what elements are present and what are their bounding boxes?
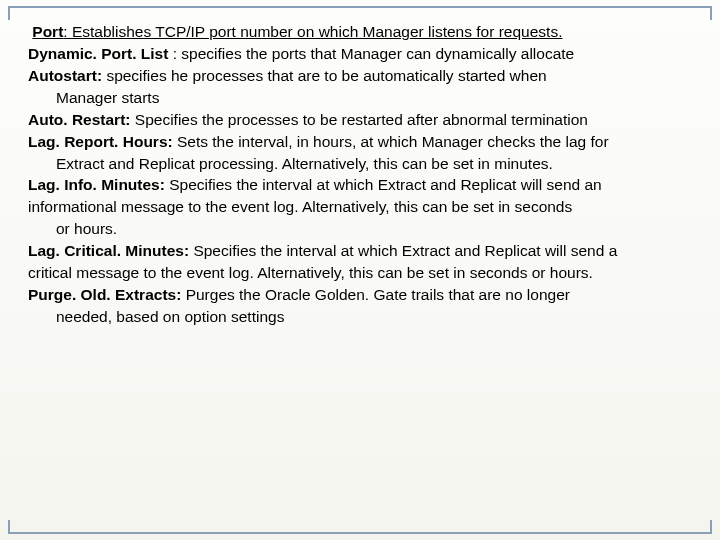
description-text: Specifies the processes to be restarted … bbox=[135, 111, 588, 128]
border-bottom bbox=[8, 532, 712, 534]
description-text: needed, based on option settings bbox=[56, 308, 284, 325]
description-text: Extract and Replicat processing. Alterna… bbox=[56, 155, 553, 172]
term-label: Port bbox=[32, 23, 63, 40]
definition-line: Autostart: specifies he processes that a… bbox=[28, 66, 692, 87]
description-text: informational message to the event log. … bbox=[28, 198, 572, 215]
description-text: Establishes TCP/IP port number on which … bbox=[72, 23, 563, 40]
definition-line: Lag. Report. Hours: Sets the interval, i… bbox=[28, 132, 692, 153]
corner-decor bbox=[8, 6, 10, 20]
definition-line: Lag. Info. Minutes: Specifies the interv… bbox=[28, 175, 692, 196]
description-text: specifies the ports that Manager can dyn… bbox=[181, 45, 574, 62]
description-text: Specifies the interval at which Extract … bbox=[193, 242, 617, 259]
definition-line: Manager starts bbox=[28, 88, 692, 109]
term-label: Purge. Old. Extracts: bbox=[28, 286, 181, 303]
definition-line: Extract and Replicat processing. Alterna… bbox=[28, 154, 692, 175]
definition-line: needed, based on option settings bbox=[28, 307, 692, 328]
definition-line: Dynamic. Port. List : specifies the port… bbox=[28, 44, 692, 65]
corner-decor bbox=[8, 520, 10, 534]
definition-line: Port: Establishes TCP/IP port number on … bbox=[28, 22, 692, 43]
term-label: Auto. Restart: bbox=[28, 111, 130, 128]
term-label: Lag. Report. Hours: bbox=[28, 133, 173, 150]
description-text: Sets the interval, in hours, at which Ma… bbox=[177, 133, 609, 150]
description-text: critical message to the event log. Alter… bbox=[28, 264, 593, 281]
content-text-block: Port: Establishes TCP/IP port number on … bbox=[28, 22, 692, 328]
term-label: Lag. Critical. Minutes: bbox=[28, 242, 189, 259]
description-text: Manager starts bbox=[56, 89, 159, 106]
description-text: or hours. bbox=[56, 220, 117, 237]
definition-line: critical message to the event log. Alter… bbox=[28, 263, 692, 284]
slide: Port: Establishes TCP/IP port number on … bbox=[0, 0, 720, 540]
description-text: Purges the Oracle Golden. Gate trails th… bbox=[186, 286, 570, 303]
definition-line: Lag. Critical. Minutes: Specifies the in… bbox=[28, 241, 692, 262]
term-label: Autostart: bbox=[28, 67, 102, 84]
definition-line: informational message to the event log. … bbox=[28, 197, 692, 218]
corner-decor bbox=[710, 520, 712, 534]
description-text: Specifies the interval at which Extract … bbox=[169, 176, 602, 193]
term-label: Lag. Info. Minutes: bbox=[28, 176, 165, 193]
term-label: Dynamic. Port. List bbox=[28, 45, 168, 62]
corner-decor bbox=[710, 6, 712, 20]
description-text: specifies he processes that are to be au… bbox=[106, 67, 546, 84]
definition-line: or hours. bbox=[28, 219, 692, 240]
border-top bbox=[8, 6, 712, 8]
definition-line: Purge. Old. Extracts: Purges the Oracle … bbox=[28, 285, 692, 306]
definition-line: Auto. Restart: Specifies the processes t… bbox=[28, 110, 692, 131]
